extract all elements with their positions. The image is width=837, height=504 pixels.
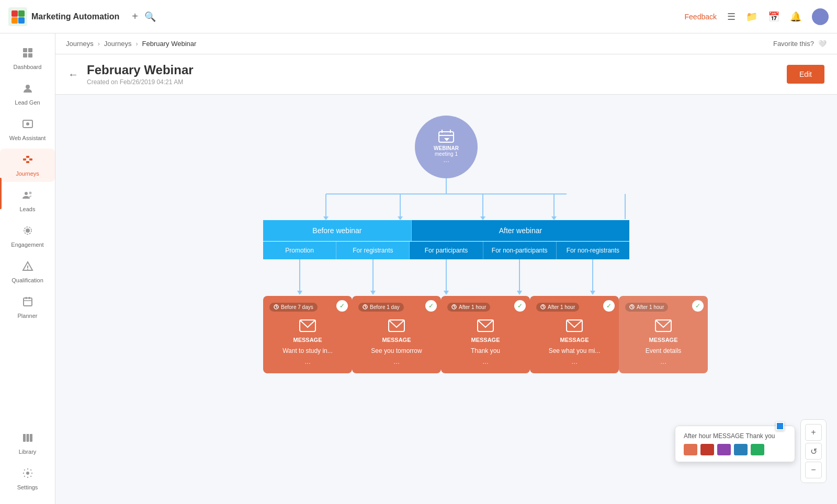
- subcategory-participants[interactable]: For participants: [410, 242, 483, 259]
- card-body-3: MESSAGE See what you mi...: [536, 318, 613, 354]
- sidebar-label-web-assistant: Web Assistant: [9, 135, 46, 141]
- lead-gen-icon: [22, 83, 33, 97]
- breadcrumb-item-1[interactable]: Journeys: [66, 40, 94, 48]
- card-msg-label-1: MESSAGE: [382, 337, 411, 343]
- message-card-4[interactable]: After 1 hour MESSAGE Event details ··· ✓: [619, 296, 708, 373]
- svg-rect-1: [18, 10, 25, 17]
- favorite-button[interactable]: Favorite this? 🤍: [773, 40, 827, 48]
- palette-swatch-3[interactable]: [734, 444, 748, 455]
- refresh-button[interactable]: ↺: [805, 443, 822, 460]
- journeys-icon: [22, 154, 33, 168]
- svg-line-70: [454, 307, 455, 307]
- card-timing-1: Before 1 day: [358, 303, 404, 312]
- sidebar-item-planner[interactable]: Planner: [0, 291, 55, 324]
- topbar-actions: + 🔍: [132, 10, 156, 22]
- card-dots-1: ···: [358, 359, 435, 367]
- svg-rect-6: [23, 53, 27, 58]
- popup-card-title: After hour MESSAGE Thank you: [684, 432, 786, 440]
- planner-icon: [22, 296, 33, 311]
- user-avatar[interactable]: [812, 8, 829, 25]
- message-card-0[interactable]: Before 7 days MESSAGE Want to study in..…: [263, 296, 352, 373]
- subcategory-promotion[interactable]: Promotion: [263, 242, 336, 259]
- message-card-1[interactable]: Before 1 day MESSAGE See you tomorrow ··…: [352, 296, 441, 373]
- message-card-3[interactable]: After 1 hour MESSAGE See what you mi... …: [530, 296, 619, 373]
- search-icon[interactable]: 🔍: [144, 11, 156, 22]
- message-card-2[interactable]: After 1 hour MESSAGE Thank you ··· ✓: [441, 296, 530, 373]
- webinar-node[interactable]: WEBINAR meeting 1 ···: [415, 116, 478, 178]
- leads-icon: [22, 189, 33, 204]
- sidebar-item-dashboard[interactable]: Dashboard: [0, 42, 55, 75]
- svg-rect-7: [28, 53, 32, 58]
- card-dots-0: ···: [269, 359, 346, 367]
- card-timing-0: Before 7 days: [269, 303, 318, 312]
- zoom-controls: + ↺ −: [800, 419, 827, 483]
- svg-marker-55: [444, 291, 449, 295]
- svg-marker-51: [297, 291, 302, 295]
- sidebar-item-web-assistant[interactable]: Web Assistant: [0, 113, 55, 146]
- popup-card[interactable]: After hour MESSAGE Thank you: [675, 426, 795, 462]
- palette-swatch-4[interactable]: [751, 444, 764, 455]
- folder-icon[interactable]: 📁: [746, 11, 757, 22]
- zoom-in-button[interactable]: +: [805, 424, 822, 441]
- subcategory-non-participants[interactable]: For non-participants: [483, 242, 557, 259]
- svg-rect-30: [23, 434, 26, 442]
- timing-label-0: Before 7 days: [281, 304, 313, 310]
- breadcrumb-bar: Journeys › Journeys › February Webinar F…: [55, 33, 837, 54]
- edit-button[interactable]: Edit: [787, 65, 824, 84]
- timing-label-4: After 1 hour: [637, 304, 664, 310]
- sidebar-label-library: Library: [19, 449, 37, 455]
- palette-swatch-2[interactable]: [717, 444, 731, 455]
- library-icon: [22, 432, 33, 446]
- back-button[interactable]: ←: [68, 68, 78, 81]
- zoom-out-button[interactable]: −: [805, 462, 822, 478]
- sidebar-item-settings[interactable]: Settings: [0, 462, 55, 496]
- card-wrapper-0: Before 7 days MESSAGE Want to study in..…: [263, 296, 352, 373]
- dashboard-icon: [22, 47, 33, 62]
- subcategory-registrants[interactable]: For registrants: [336, 242, 410, 259]
- sidebar-item-lead-gen[interactable]: Lead Gen: [0, 77, 55, 111]
- sidebar-item-qualification[interactable]: Qualification: [0, 255, 55, 289]
- card-check-2: ✓: [514, 300, 526, 312]
- selection-dot: [776, 422, 784, 430]
- sidebar-item-library[interactable]: Library: [0, 427, 55, 460]
- breadcrumb-sep-1: ›: [98, 40, 100, 48]
- card-dots-2: ···: [447, 359, 524, 367]
- sidebar: Dashboard Lead Gen Web Assistant: [0, 33, 55, 504]
- breadcrumb-current: February Webinar: [142, 40, 197, 48]
- card-check-0: ✓: [336, 300, 348, 312]
- card-timing-4: After 1 hour: [625, 303, 668, 312]
- list-icon[interactable]: ☰: [727, 11, 736, 22]
- sidebar-label-leads: Leads: [20, 206, 36, 212]
- feedback-button[interactable]: Feedback: [685, 13, 717, 21]
- card-wrapper-2: After 1 hour MESSAGE Thank you ··· ✓: [441, 296, 530, 373]
- sidebar-item-leads[interactable]: Leads: [0, 184, 55, 217]
- sidebar-label-dashboard: Dashboard: [14, 64, 42, 70]
- card-body-0: MESSAGE Want to study in...: [269, 318, 346, 354]
- svg-point-25: [27, 269, 28, 270]
- svg-rect-5: [28, 48, 32, 52]
- qualification-icon: [22, 260, 33, 275]
- card-check-1: ✓: [425, 300, 437, 312]
- cards-row: Before 7 days MESSAGE Want to study in..…: [263, 296, 629, 373]
- palette-swatch-0[interactable]: [684, 444, 697, 455]
- add-button[interactable]: +: [132, 10, 138, 22]
- sidebar-label-settings: Settings: [17, 484, 38, 490]
- mid-connector-svg: [263, 259, 629, 296]
- svg-line-78: [632, 307, 633, 307]
- heart-icon: 🤍: [818, 40, 827, 48]
- svg-marker-57: [517, 291, 522, 295]
- svg-point-19: [25, 192, 28, 195]
- card-dots-4: ···: [625, 359, 702, 367]
- sidebar-item-engagement[interactable]: Engagement: [0, 220, 55, 253]
- svg-rect-34: [439, 132, 454, 142]
- breadcrumb-item-2[interactable]: Journeys: [104, 40, 132, 48]
- subcategory-non-registrants[interactable]: For non-registrants: [557, 242, 629, 259]
- svg-marker-38: [444, 138, 449, 141]
- sidebar-item-journeys[interactable]: Journeys: [0, 148, 55, 182]
- card-wrapper-1: Before 1 day MESSAGE See you tomorrow ··…: [352, 296, 441, 373]
- svg-rect-2: [12, 17, 18, 24]
- calendar-icon[interactable]: 📅: [768, 11, 779, 22]
- palette-swatch-1[interactable]: [700, 444, 714, 455]
- bell-icon[interactable]: 🔔: [790, 11, 801, 22]
- after-webinar-header: After webinar: [412, 220, 629, 241]
